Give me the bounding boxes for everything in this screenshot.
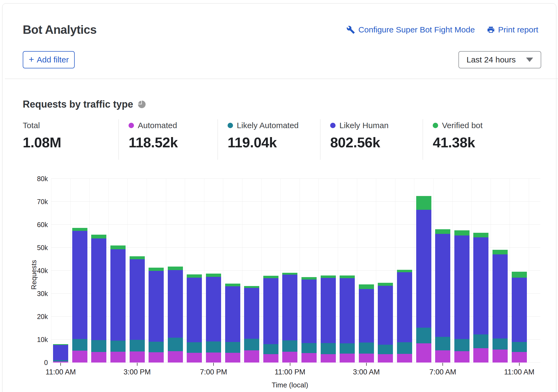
pie-chart-icon [138, 101, 146, 108]
segment-verified-bot [397, 270, 412, 272]
bot-analytics-card: Bot Analytics Configure Super Bot Fight … [2, 3, 556, 392]
y-tick-label: 50k [2, 244, 48, 252]
stat-automated: Automated118.52k [119, 119, 218, 160]
stacked-bar[interactable] [340, 275, 355, 363]
legend-dot [228, 123, 233, 128]
segment-likely-automated [301, 343, 317, 353]
y-tick-label: 60k [2, 221, 48, 229]
legend-dot [330, 123, 336, 128]
stacked-bar[interactable] [512, 272, 527, 363]
x-tick-mark [137, 363, 137, 366]
bar-slot [166, 179, 185, 363]
stacked-bar[interactable] [130, 256, 145, 363]
segment-automated [416, 343, 431, 363]
x-tick-label: 3:00 PM [123, 368, 151, 376]
x-tick-mark [442, 363, 443, 366]
section-title: Requests by traffic type [23, 99, 133, 110]
stacked-bar[interactable] [435, 229, 450, 363]
segment-automated [110, 352, 126, 363]
stacked-bar[interactable] [72, 228, 87, 363]
stacked-bar[interactable] [187, 274, 202, 363]
bar-slot [185, 179, 204, 363]
x-tick-mark [213, 363, 214, 366]
segment-verified-bot [225, 284, 240, 286]
segment-verified-bot [72, 228, 87, 231]
segment-verified-bot [187, 274, 202, 278]
bars [51, 179, 529, 363]
header-actions: Configure Super Bot Fight Mode Print rep… [346, 25, 538, 34]
segment-likely-human [72, 231, 87, 339]
segment-likely-automated [130, 340, 145, 351]
stacked-bar[interactable] [225, 284, 240, 363]
stacked-bar[interactable] [397, 270, 412, 363]
segment-verified-bot [435, 229, 450, 234]
segment-likely-human [110, 249, 126, 341]
print-report-link[interactable]: Print report [487, 25, 538, 34]
segment-likely-human [225, 286, 240, 342]
y-tick-label: 80k [2, 175, 48, 183]
stacked-bar[interactable] [473, 233, 488, 363]
stacked-bar[interactable] [378, 283, 393, 363]
segment-verified-bot [512, 272, 527, 278]
segment-automated [493, 350, 508, 363]
page-title: Bot Analytics [23, 23, 97, 36]
segment-likely-human [493, 254, 508, 338]
stacked-bar[interactable] [110, 245, 126, 363]
x-axis-title: Time (local) [51, 381, 529, 389]
stat-value: 41.38k [433, 134, 538, 151]
segment-likely-automated [435, 337, 450, 350]
stat-verified-bot: Verified bot41.38k [423, 119, 538, 160]
segment-verified-bot [416, 196, 431, 210]
segment-likely-human [416, 210, 431, 328]
segment-likely-automated [149, 342, 164, 352]
stacked-bar[interactable] [282, 273, 297, 363]
add-filter-button[interactable]: + Add filter [23, 51, 75, 68]
bar-slot [204, 179, 223, 363]
stacked-bar[interactable] [416, 196, 431, 363]
y-tick-label: 20k [2, 313, 48, 321]
stacked-bar[interactable] [454, 230, 470, 363]
wrench-icon [346, 25, 355, 34]
segment-automated [244, 350, 259, 363]
bar-slot [452, 179, 471, 363]
x-tick-label: 7:00 PM [200, 368, 227, 376]
stacked-bar[interactable] [301, 277, 317, 363]
stacked-bar[interactable] [168, 267, 183, 363]
segment-automated [282, 352, 297, 363]
stat-total: Total1.08M [23, 119, 119, 160]
x-tick-label: 11:00 AM [504, 368, 534, 376]
y-tick-label: 70k [2, 198, 48, 206]
stacked-bar[interactable] [91, 235, 106, 363]
stacked-bar[interactable] [359, 284, 374, 363]
bar-slot [433, 179, 452, 363]
stacked-bar[interactable] [263, 276, 278, 363]
stacked-bar[interactable] [206, 274, 221, 363]
segment-likely-automated [244, 339, 259, 350]
segment-likely-human [244, 288, 259, 339]
time-range-select[interactable]: Last 24 hours [458, 51, 541, 68]
stacked-bar[interactable] [53, 344, 68, 363]
segment-automated [473, 348, 488, 363]
x-tick-mark [366, 363, 367, 366]
x-tick-label: 11:00 AM [45, 368, 76, 376]
bar-slot [51, 179, 70, 363]
segment-likely-human [206, 277, 221, 341]
stacked-bar[interactable] [321, 275, 336, 363]
stacked-bar[interactable] [149, 268, 164, 363]
segment-verified-bot [473, 233, 488, 237]
segment-likely-automated [512, 342, 527, 352]
bar-slot [491, 179, 510, 363]
stat-label: Likely Human [339, 121, 389, 130]
stat-likely-automated: Likely Automated119.04k [218, 119, 320, 160]
print-link-label: Print report [498, 25, 538, 34]
configure-super-bot-fight-mode-link[interactable]: Configure Super Bot Fight Mode [346, 25, 475, 34]
y-tick-label: 30k [2, 290, 48, 298]
stacked-bar[interactable] [493, 250, 508, 363]
legend-dot [433, 123, 438, 128]
segment-likely-automated [225, 342, 240, 353]
stacked-bar[interactable] [244, 286, 259, 363]
header-divider [5, 79, 558, 79]
segment-likely-human [512, 278, 527, 342]
segment-likely-automated [91, 340, 106, 352]
bar-slot [300, 179, 319, 363]
